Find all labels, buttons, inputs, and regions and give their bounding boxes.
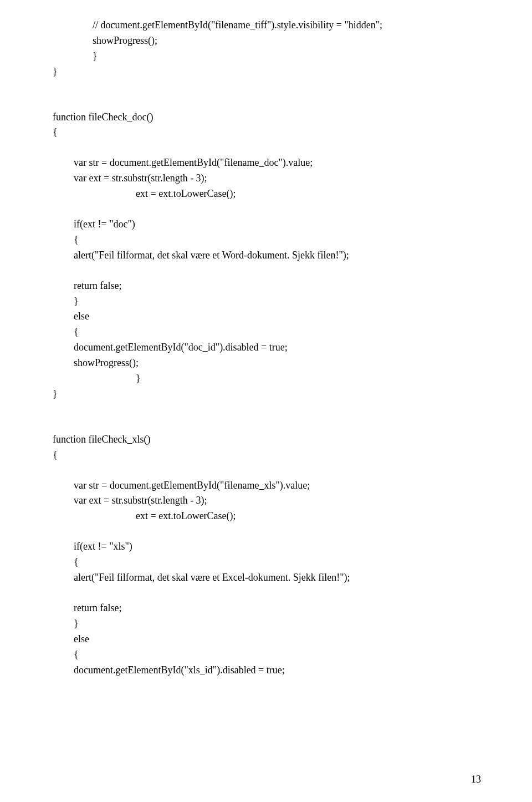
code-line: { xyxy=(53,448,482,463)
code-line: if(ext != "xls") xyxy=(53,539,482,555)
page-number: 13 xyxy=(471,772,481,788)
code-line: var ext = str.substr(str.length - 3); xyxy=(53,493,482,509)
code-line: { xyxy=(53,555,482,570)
blank-line xyxy=(53,402,482,417)
code-line: } xyxy=(53,371,482,387)
code-line: ext = ext.toLowerCase(); xyxy=(53,509,482,524)
code-line: ext = ext.toLowerCase(); xyxy=(53,186,482,202)
blank-line xyxy=(53,202,482,217)
code-line: function fileCheck_xls() xyxy=(53,432,482,448)
code-line: var str = document.getElementById("filen… xyxy=(53,478,482,494)
code-line: { xyxy=(53,125,482,140)
blank-line xyxy=(53,263,482,278)
blank-line xyxy=(53,140,482,155)
code-line: } xyxy=(53,64,482,80)
blank-line xyxy=(53,417,482,432)
code-line: } xyxy=(53,49,482,64)
blank-line xyxy=(53,524,482,539)
code-line: showProgress(); xyxy=(53,356,482,371)
code-line: showProgress(); xyxy=(53,33,482,49)
code-line: var str = document.getElementById("filen… xyxy=(53,155,482,171)
code-line: { xyxy=(53,647,482,663)
code-line: } xyxy=(53,387,482,402)
code-line: return false; xyxy=(53,601,482,616)
code-line: return false; xyxy=(53,278,482,294)
code-line: { xyxy=(53,324,482,340)
code-line: document.getElementById("doc_id").disabl… xyxy=(53,340,482,356)
code-line: else xyxy=(53,309,482,324)
document-page: // document.getElementById("filename_tif… xyxy=(0,0,532,802)
code-line: alert("Feil filformat, det skal være et … xyxy=(53,248,482,263)
code-line: // document.getElementById("filename_tif… xyxy=(53,18,482,33)
code-line: document.getElementById("xls_id").disabl… xyxy=(53,663,482,678)
code-line: var ext = str.substr(str.length - 3); xyxy=(53,171,482,186)
blank-line xyxy=(53,586,482,601)
blank-line xyxy=(53,95,482,110)
code-line: alert("Feil filformat, det skal være et … xyxy=(53,570,482,586)
code-line: else xyxy=(53,632,482,647)
code-line: } xyxy=(53,616,482,632)
blank-line xyxy=(53,463,482,478)
code-line: function fileCheck_doc() xyxy=(53,110,482,125)
code-line: } xyxy=(53,294,482,309)
code-line: { xyxy=(53,232,482,248)
code-line: if(ext != "doc") xyxy=(53,217,482,232)
blank-line xyxy=(53,80,482,95)
